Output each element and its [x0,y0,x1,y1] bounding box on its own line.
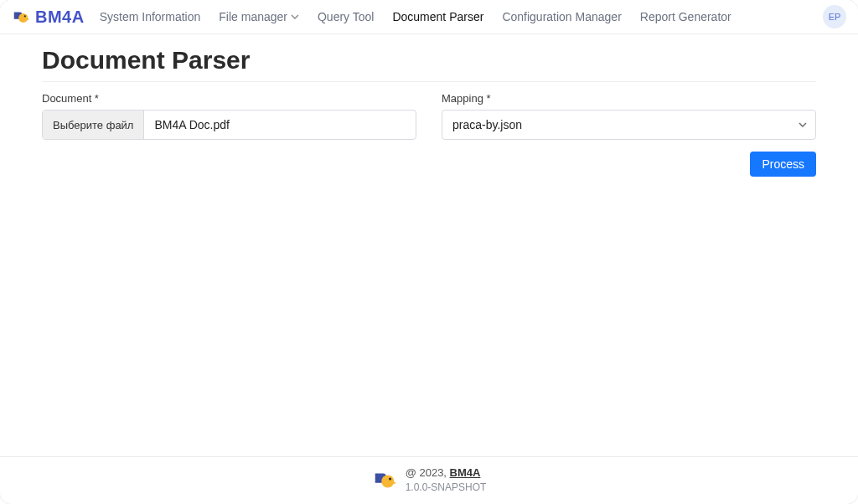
svg-point-2 [381,476,394,488]
puzzle-bird-icon [372,467,397,492]
svg-point-0 [18,13,28,23]
selected-file-name: BM4A Doc.pdf [144,111,416,139]
nav-item-report-generator[interactable]: Report Generator [640,10,731,23]
mapping-selected-value: praca-by.json [452,118,522,131]
chevron-down-icon [291,13,299,21]
mapping-field: Mapping * praca-by.json [442,92,816,140]
document-field: Document * Выберите файл BM4A Doc.pdf [42,92,416,140]
nav-items: System Information File manager Query To… [100,10,731,23]
navbar: BM4A System Information File manager Que… [0,0,858,34]
svg-point-3 [389,478,391,481]
chevron-down-icon [799,121,807,129]
nav-item-query-tool[interactable]: Query Tool [318,10,374,23]
title-divider [42,81,816,82]
brand-logo[interactable]: BM4A [12,8,85,27]
footer-version: 1.0.0-SNAPSHOT [406,481,487,494]
process-button[interactable]: Process [750,152,816,177]
mapping-label: Mapping * [442,92,816,105]
brand-name: BM4A [35,8,85,27]
document-file-input[interactable]: Выберите файл BM4A Doc.pdf [42,110,416,140]
footer-text: @ 2023, BM4A 1.0.0-SNAPSHOT [406,465,487,494]
form-row: Document * Выберите файл BM4A Doc.pdf Ma… [42,92,816,140]
form-actions: Process [42,152,816,185]
nav-item-configuration-manager[interactable]: Configuration Manager [502,10,621,23]
user-avatar[interactable]: EP [823,5,846,28]
puzzle-bird-icon [12,8,30,26]
mapping-select[interactable]: praca-by.json [442,110,816,140]
footer-brand-link[interactable]: BM4A [450,466,481,479]
document-label: Document * [42,92,416,105]
copyright-text: @ 2023, [406,466,450,479]
nav-item-system-information[interactable]: System Information [100,10,201,23]
nav-item-file-manager[interactable]: File manager [219,10,299,23]
main-content: Document Parser Document * Выберите файл… [0,34,858,456]
page-title: Document Parser [42,46,816,81]
nav-item-document-parser[interactable]: Document Parser [392,10,483,23]
choose-file-button[interactable]: Выберите файл [43,111,144,139]
svg-point-1 [24,15,26,17]
footer: @ 2023, BM4A 1.0.0-SNAPSHOT [0,456,858,504]
